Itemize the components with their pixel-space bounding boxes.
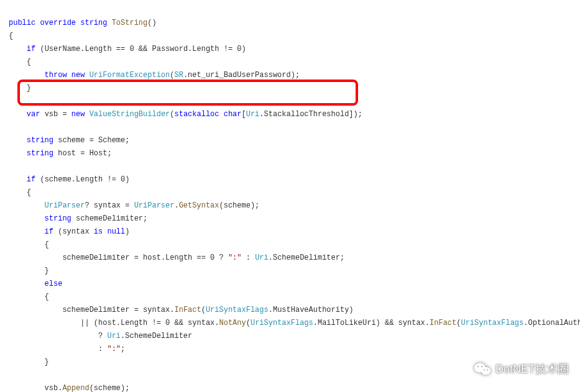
code-line: } — [9, 358, 49, 367]
highlighted-line: var vsb = new ValueStringBuilder(stackal… — [9, 110, 362, 119]
code-line: if (scheme.Length != 0) — [9, 175, 129, 184]
blank-line — [9, 123, 13, 132]
code-line: public override string ToString() — [9, 19, 157, 27]
code-line: { — [9, 293, 49, 301]
code-line: ? Uri.SchemeDelimiter — [9, 332, 192, 340]
code-line: UriParser? syntax = UriParser.GetSyntax(… — [9, 201, 259, 210]
code-line: string scheme = Scheme; — [9, 136, 129, 145]
blank-line — [9, 97, 13, 106]
code-line: if (UserName.Length == 0 && Password.Len… — [9, 45, 246, 53]
code-line: string schemeDelimiter; — [9, 214, 147, 223]
code-line: if (syntax is null) — [9, 227, 129, 236]
code-line: } — [9, 267, 49, 275]
code-line: else — [9, 280, 62, 288]
code-line: string host = Host; — [9, 149, 112, 158]
code-line: || (host.Length != 0 && syntax.NotAny(Ur… — [9, 319, 580, 327]
code-line: } — [9, 84, 31, 93]
code-line: { — [9, 32, 13, 40]
blank-line — [9, 162, 13, 171]
code-line: : ":"; — [9, 345, 125, 353]
code-line: { — [9, 188, 31, 197]
code-line: throw new UriFormatException(SR.net_uri_… — [9, 71, 300, 80]
code-line: { — [9, 240, 49, 249]
code-line: schemeDelimiter = host.Length == 0 ? ":"… — [9, 253, 344, 262]
code-line: vsb.Append(scheme); — [9, 384, 129, 392]
code-line: schemeDelimiter = syntax.InFact(UriSynta… — [9, 306, 354, 314]
code-block: public override string ToString() { if (… — [0, 0, 580, 392]
blank-line — [9, 371, 13, 380]
code-line: { — [9, 58, 31, 66]
